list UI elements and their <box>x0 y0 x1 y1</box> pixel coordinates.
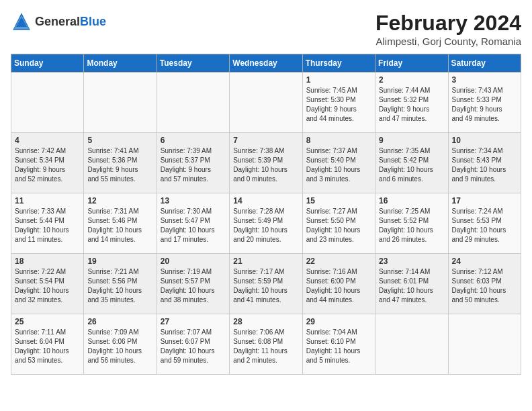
calendar-cell: 21Sunrise: 7:17 AM Sunset: 5:59 PM Dayli… <box>230 254 302 314</box>
day-info: Sunrise: 7:39 AM Sunset: 5:37 PM Dayligh… <box>161 146 226 184</box>
calendar-cell: 22Sunrise: 7:16 AM Sunset: 6:00 PM Dayli… <box>302 254 375 314</box>
calendar-week-row: 4Sunrise: 7:42 AM Sunset: 5:34 PM Daylig… <box>11 133 521 193</box>
day-info: Sunrise: 7:45 AM Sunset: 5:30 PM Dayligh… <box>306 86 371 124</box>
day-number: 18 <box>15 257 80 266</box>
calendar-cell: 4Sunrise: 7:42 AM Sunset: 5:34 PM Daylig… <box>11 133 84 193</box>
header-thursday: Thursday <box>302 54 375 73</box>
calendar-cell <box>448 314 521 375</box>
day-number: 13 <box>161 196 226 205</box>
calendar-cell: 27Sunrise: 7:07 AM Sunset: 6:07 PM Dayli… <box>157 314 229 375</box>
day-number: 27 <box>161 317 226 326</box>
month-year-title: February 2024 <box>375 11 521 36</box>
calendar-cell: 16Sunrise: 7:25 AM Sunset: 5:52 PM Dayli… <box>375 193 448 254</box>
calendar-cell: 28Sunrise: 7:06 AM Sunset: 6:08 PM Dayli… <box>230 314 302 375</box>
day-number: 21 <box>233 257 298 266</box>
day-number: 12 <box>87 196 152 205</box>
header-wednesday: Wednesday <box>230 54 302 73</box>
calendar-cell: 15Sunrise: 7:27 AM Sunset: 5:50 PM Dayli… <box>302 193 375 254</box>
day-info: Sunrise: 7:12 AM Sunset: 6:03 PM Dayligh… <box>452 267 517 305</box>
calendar-cell: 29Sunrise: 7:04 AM Sunset: 6:10 PM Dayli… <box>302 314 375 375</box>
header-sunday: Sunday <box>11 54 84 73</box>
day-number: 20 <box>161 257 226 266</box>
calendar-cell: 1Sunrise: 7:45 AM Sunset: 5:30 PM Daylig… <box>302 73 375 133</box>
calendar-cell: 14Sunrise: 7:28 AM Sunset: 5:49 PM Dayli… <box>230 193 302 254</box>
calendar-cell: 17Sunrise: 7:24 AM Sunset: 5:53 PM Dayli… <box>448 193 521 254</box>
day-info: Sunrise: 7:35 AM Sunset: 5:42 PM Dayligh… <box>379 146 444 184</box>
calendar-week-row: 11Sunrise: 7:33 AM Sunset: 5:44 PM Dayli… <box>11 193 521 254</box>
header-tuesday: Tuesday <box>157 54 229 73</box>
title-block: February 2024 Alimpesti, Gorj County, Ro… <box>375 11 521 47</box>
calendar-cell <box>84 73 157 133</box>
header-monday: Monday <box>84 54 157 73</box>
day-info: Sunrise: 7:17 AM Sunset: 5:59 PM Dayligh… <box>233 267 298 305</box>
calendar-week-row: 25Sunrise: 7:11 AM Sunset: 6:04 PM Dayli… <box>11 314 521 375</box>
day-info: Sunrise: 7:06 AM Sunset: 6:08 PM Dayligh… <box>233 328 298 365</box>
calendar-cell: 6Sunrise: 7:39 AM Sunset: 5:37 PM Daylig… <box>157 133 229 193</box>
calendar-cell: 5Sunrise: 7:41 AM Sunset: 5:36 PM Daylig… <box>84 133 157 193</box>
day-number: 15 <box>306 196 371 205</box>
day-number: 28 <box>233 317 298 326</box>
day-info: Sunrise: 7:24 AM Sunset: 5:53 PM Dayligh… <box>452 207 517 244</box>
day-number: 1 <box>306 75 371 85</box>
logo-general-text: General <box>35 15 80 28</box>
day-number: 5 <box>87 136 152 145</box>
calendar-cell: 9Sunrise: 7:35 AM Sunset: 5:42 PM Daylig… <box>375 133 448 193</box>
day-number: 6 <box>161 136 226 145</box>
calendar-cell: 25Sunrise: 7:11 AM Sunset: 6:04 PM Dayli… <box>11 314 84 375</box>
calendar-cell: 13Sunrise: 7:30 AM Sunset: 5:47 PM Dayli… <box>157 193 229 254</box>
day-info: Sunrise: 7:41 AM Sunset: 5:36 PM Dayligh… <box>87 146 152 184</box>
day-number: 17 <box>452 196 517 205</box>
day-info: Sunrise: 7:25 AM Sunset: 5:52 PM Dayligh… <box>379 207 444 244</box>
day-info: Sunrise: 7:11 AM Sunset: 6:04 PM Dayligh… <box>15 328 80 365</box>
day-number: 26 <box>87 317 152 326</box>
day-info: Sunrise: 7:31 AM Sunset: 5:46 PM Dayligh… <box>87 207 152 244</box>
day-info: Sunrise: 7:21 AM Sunset: 5:56 PM Dayligh… <box>87 267 152 305</box>
day-info: Sunrise: 7:07 AM Sunset: 6:07 PM Dayligh… <box>161 328 226 365</box>
calendar-cell <box>230 73 302 133</box>
day-info: Sunrise: 7:09 AM Sunset: 6:06 PM Dayligh… <box>87 328 152 365</box>
calendar-cell: 2Sunrise: 7:44 AM Sunset: 5:32 PM Daylig… <box>375 73 448 133</box>
day-number: 7 <box>233 136 298 145</box>
day-info: Sunrise: 7:43 AM Sunset: 5:33 PM Dayligh… <box>452 86 517 124</box>
day-info: Sunrise: 7:04 AM Sunset: 6:10 PM Dayligh… <box>306 328 371 365</box>
calendar-cell: 7Sunrise: 7:38 AM Sunset: 5:39 PM Daylig… <box>230 133 302 193</box>
calendar-table: Sunday Monday Tuesday Wednesday Thursday… <box>11 54 521 375</box>
day-info: Sunrise: 7:19 AM Sunset: 5:57 PM Dayligh… <box>161 267 226 305</box>
calendar-body: 1Sunrise: 7:45 AM Sunset: 5:30 PM Daylig… <box>11 73 521 375</box>
day-number: 29 <box>306 317 371 326</box>
logo-blue-text: Blue <box>80 15 106 28</box>
calendar-week-row: 1Sunrise: 7:45 AM Sunset: 5:30 PM Daylig… <box>11 73 521 133</box>
day-info: Sunrise: 7:33 AM Sunset: 5:44 PM Dayligh… <box>15 207 80 244</box>
day-number: 14 <box>233 196 298 205</box>
day-number: 10 <box>452 136 517 145</box>
calendar-cell: 12Sunrise: 7:31 AM Sunset: 5:46 PM Dayli… <box>84 193 157 254</box>
page-header: GeneralBlue February 2024 Alimpesti, Gor… <box>11 11 521 47</box>
day-info: Sunrise: 7:28 AM Sunset: 5:49 PM Dayligh… <box>233 207 298 244</box>
header-friday: Friday <box>375 54 448 73</box>
day-info: Sunrise: 7:37 AM Sunset: 5:40 PM Dayligh… <box>306 146 371 184</box>
day-info: Sunrise: 7:22 AM Sunset: 5:54 PM Dayligh… <box>15 267 80 305</box>
calendar-cell <box>375 314 448 375</box>
calendar-cell: 11Sunrise: 7:33 AM Sunset: 5:44 PM Dayli… <box>11 193 84 254</box>
day-info: Sunrise: 7:44 AM Sunset: 5:32 PM Dayligh… <box>379 86 444 124</box>
day-number: 25 <box>15 317 80 326</box>
days-header-row: Sunday Monday Tuesday Wednesday Thursday… <box>11 54 521 73</box>
calendar-cell: 26Sunrise: 7:09 AM Sunset: 6:06 PM Dayli… <box>84 314 157 375</box>
calendar-cell: 20Sunrise: 7:19 AM Sunset: 5:57 PM Dayli… <box>157 254 229 314</box>
day-number: 16 <box>379 196 444 205</box>
calendar-cell: 18Sunrise: 7:22 AM Sunset: 5:54 PM Dayli… <box>11 254 84 314</box>
calendar-header: Sunday Monday Tuesday Wednesday Thursday… <box>11 54 521 73</box>
day-info: Sunrise: 7:38 AM Sunset: 5:39 PM Dayligh… <box>233 146 298 184</box>
day-info: Sunrise: 7:27 AM Sunset: 5:50 PM Dayligh… <box>306 207 371 244</box>
day-number: 19 <box>87 257 152 266</box>
calendar-cell <box>157 73 229 133</box>
day-number: 8 <box>306 136 371 145</box>
calendar-cell: 19Sunrise: 7:21 AM Sunset: 5:56 PM Dayli… <box>84 254 157 314</box>
calendar-cell <box>11 73 84 133</box>
day-info: Sunrise: 7:30 AM Sunset: 5:47 PM Dayligh… <box>161 207 226 244</box>
header-saturday: Saturday <box>448 54 521 73</box>
logo: GeneralBlue <box>11 11 106 32</box>
logo-icon <box>11 11 32 32</box>
day-number: 22 <box>306 257 371 266</box>
day-number: 23 <box>379 257 444 266</box>
